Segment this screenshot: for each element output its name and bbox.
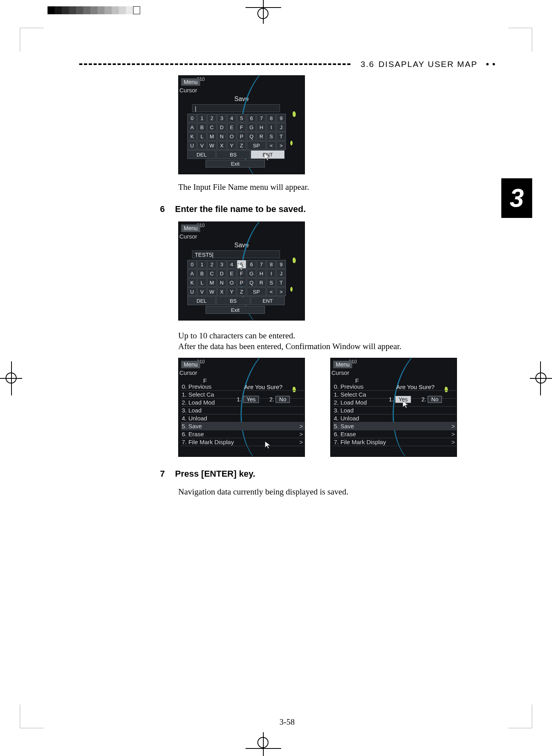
- key-H[interactable]: H: [257, 269, 266, 278]
- file-menu-item[interactable]: 3. Load: [181, 407, 305, 414]
- key-F[interactable]: F: [237, 269, 246, 278]
- key-R[interactable]: R: [257, 132, 266, 141]
- key-T[interactable]: T: [276, 132, 286, 141]
- confirm-no-option[interactable]: 2. No: [421, 396, 442, 403]
- key-O[interactable]: O: [227, 132, 236, 141]
- key-L[interactable]: L: [197, 278, 207, 287]
- key-3[interactable]: 3: [217, 114, 227, 122]
- key-ent[interactable]: ENT: [251, 150, 285, 159]
- key-Y[interactable]: Y: [227, 287, 236, 296]
- key-P[interactable]: P: [237, 132, 246, 141]
- key-I[interactable]: I: [266, 123, 276, 132]
- key-C[interactable]: C: [207, 269, 217, 278]
- key-space[interactable]: SP: [247, 141, 266, 150]
- key-left[interactable]: <: [266, 287, 276, 296]
- key-Q[interactable]: Q: [247, 132, 256, 141]
- key-ent[interactable]: ENT: [251, 296, 285, 305]
- file-menu-item[interactable]: 4. Unload: [333, 414, 457, 422]
- key-N[interactable]: N: [217, 132, 227, 141]
- key-S[interactable]: S: [266, 132, 276, 141]
- key-8[interactable]: 8: [266, 114, 276, 122]
- key-del[interactable]: DEL: [187, 150, 216, 159]
- key-K[interactable]: K: [187, 278, 197, 287]
- key-space[interactable]: SP: [247, 287, 266, 296]
- key-L[interactable]: L: [197, 132, 207, 141]
- key-B[interactable]: B: [197, 269, 207, 278]
- key-right[interactable]: >: [276, 287, 286, 296]
- key-3[interactable]: 3: [217, 260, 227, 269]
- key-1[interactable]: 1: [197, 114, 207, 122]
- key-4[interactable]: 4: [227, 260, 236, 269]
- key-9[interactable]: 9: [276, 114, 286, 122]
- key-2[interactable]: 2: [207, 114, 217, 122]
- key-R[interactable]: R: [257, 278, 266, 287]
- key-7[interactable]: 7: [257, 114, 266, 122]
- key-exit[interactable]: Exit: [206, 306, 265, 314]
- key-D[interactable]: D: [217, 269, 227, 278]
- file-menu-item[interactable]: 5. Save>: [333, 422, 457, 430]
- key-H[interactable]: H: [257, 123, 266, 132]
- key-E[interactable]: E: [227, 269, 236, 278]
- key-8[interactable]: 8: [266, 260, 276, 269]
- key-6[interactable]: 6: [247, 114, 256, 122]
- key-A[interactable]: A: [187, 123, 197, 132]
- key-V[interactable]: V: [197, 141, 207, 150]
- key-P[interactable]: P: [237, 278, 246, 287]
- key-K[interactable]: K: [187, 132, 197, 141]
- key-F[interactable]: F: [237, 123, 246, 132]
- key-M[interactable]: M: [207, 278, 217, 287]
- key-B[interactable]: B: [197, 123, 207, 132]
- key-W[interactable]: W: [207, 141, 217, 150]
- key-5[interactable]: 5: [237, 260, 246, 269]
- key-bs[interactable]: BS: [216, 150, 250, 159]
- key-U[interactable]: U: [187, 287, 197, 296]
- key-J[interactable]: J: [276, 269, 286, 278]
- key-C[interactable]: C: [207, 123, 217, 132]
- key-G[interactable]: G: [247, 269, 256, 278]
- key-J[interactable]: J: [276, 123, 286, 132]
- key-5[interactable]: 5: [237, 114, 246, 122]
- key-S[interactable]: S: [266, 278, 276, 287]
- file-menu-item[interactable]: 5. Save>: [181, 422, 305, 430]
- key-U[interactable]: U: [187, 141, 197, 150]
- key-1[interactable]: 1: [197, 260, 207, 269]
- key-N[interactable]: N: [217, 278, 227, 287]
- key-exit[interactable]: Exit: [206, 160, 265, 168]
- key-I[interactable]: I: [266, 269, 276, 278]
- file-menu-item[interactable]: 3. Load: [333, 407, 457, 414]
- key-Q[interactable]: Q: [247, 278, 256, 287]
- key-E[interactable]: E: [227, 123, 236, 132]
- file-menu-item[interactable]: 4. Unload: [181, 414, 305, 422]
- file-menu-item[interactable]: 7. File Mark Display>: [333, 438, 457, 446]
- key-X[interactable]: X: [217, 141, 227, 150]
- file-menu-item[interactable]: 6. Erase>: [181, 430, 305, 438]
- confirm-no-option[interactable]: 2. No: [269, 396, 289, 403]
- key-del[interactable]: DEL: [187, 296, 216, 305]
- key-7[interactable]: 7: [257, 260, 266, 269]
- key-2[interactable]: 2: [207, 260, 217, 269]
- confirm-yes-option[interactable]: 1. Yes: [389, 396, 411, 403]
- key-bs[interactable]: BS: [216, 296, 250, 305]
- key-X[interactable]: X: [217, 287, 227, 296]
- key-D[interactable]: D: [217, 123, 227, 132]
- key-4[interactable]: 4: [227, 114, 236, 122]
- key-W[interactable]: W: [207, 287, 217, 296]
- file-menu-item[interactable]: 6. Erase>: [333, 430, 457, 438]
- key-Y[interactable]: Y: [227, 141, 236, 150]
- key-A[interactable]: A: [187, 269, 197, 278]
- key-9[interactable]: 9: [276, 260, 286, 269]
- key-T[interactable]: T: [276, 278, 286, 287]
- key-Z[interactable]: Z: [237, 287, 246, 296]
- key-right[interactable]: >: [276, 141, 286, 150]
- key-Z[interactable]: Z: [237, 141, 246, 150]
- file-menu-item[interactable]: 7. File Mark Display>: [181, 438, 305, 446]
- key-left[interactable]: <: [266, 141, 276, 150]
- key-O[interactable]: O: [227, 278, 236, 287]
- key-6[interactable]: 6: [247, 260, 256, 269]
- key-V[interactable]: V: [197, 287, 207, 296]
- key-M[interactable]: M: [207, 132, 217, 141]
- key-0[interactable]: 0: [187, 260, 197, 269]
- key-0[interactable]: 0: [187, 114, 197, 122]
- confirm-yes-option[interactable]: 1. Yes: [237, 396, 259, 403]
- key-G[interactable]: G: [247, 123, 256, 132]
